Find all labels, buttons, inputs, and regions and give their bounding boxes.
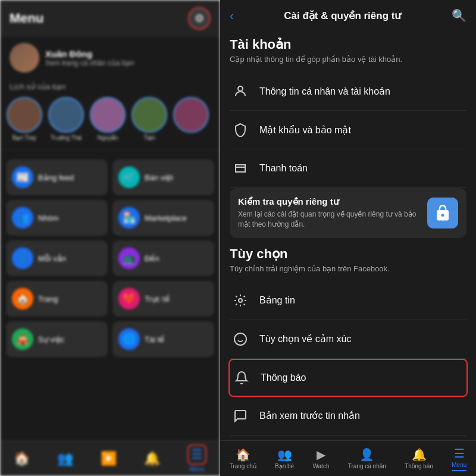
account-section-title: Tài khoản [230, 37, 466, 52]
story-item[interactable]: Tiến [131, 97, 168, 141]
camxuc-icon [230, 328, 251, 350]
story-item[interactable] [173, 97, 209, 141]
options-section-title: Tùy chọn [230, 246, 466, 262]
story-name: Bạn Tray [12, 134, 36, 141]
thongbao-label: Thông báo [261, 372, 306, 383]
menu-label: Trang [38, 295, 58, 303]
nav-friends[interactable]: 👥 [57, 451, 73, 466]
menu-item-trang[interactable]: 🏠 Trang [6, 281, 108, 317]
nav-trangchu[interactable]: 🏠 Trang chủ [230, 447, 256, 469]
camxuc-label: Tùy chọn về cảm xúc [259, 333, 351, 345]
menu-icon: 📺 [118, 248, 140, 269]
back-button[interactable]: ‹ [230, 9, 234, 23]
story-avatar [90, 97, 126, 133]
gear-icon: ⚙ [195, 12, 204, 25]
menu-item-bangtinfeed[interactable]: 📰 Bảng feed [6, 159, 108, 195]
menu-icon: 🏪 [118, 207, 140, 228]
password-label: Mật khẩu và bảo mật [259, 124, 351, 136]
story-item[interactable]: Bạn Tray [6, 97, 43, 141]
personal-label: Thông tin cá nhân và tài khoản [259, 86, 390, 97]
privacy-check-card[interactable]: Kiểm tra quyền riêng tư Xem lại các cài … [230, 188, 466, 238]
story-row: Bạn Tray Trường Thế Nguyễn Tiến [0, 93, 220, 145]
menu-item-tructe[interactable]: ❤️ Trực tế [112, 281, 214, 317]
menu-item-nhom[interactable]: 👥 Nhóm [6, 200, 108, 236]
bell-icon: 🔔 [144, 451, 160, 466]
nav-home[interactable]: 🏠 [14, 451, 30, 466]
right-panel: ‹ Cài đặt & quyền riêng tư 🔍 Tài khoản C… [220, 0, 476, 476]
menu-icon: 🌐 [118, 328, 140, 350]
nav-profile-label: Trang cá nhân [348, 463, 386, 469]
svg-point-0 [238, 86, 243, 91]
search-icon[interactable]: 🔍 [452, 8, 466, 23]
privacy-check-text: Kiểm tra quyền riêng tư Xem lại các cài … [238, 196, 420, 230]
user-name: Xuân Đông [45, 49, 134, 59]
nav-banbe[interactable]: 👥 Bạn bè [275, 447, 294, 469]
menu-icon: 🛒 [118, 167, 140, 188]
right-bottom-nav: 🏠 Trang chủ 👥 Bạn bè ▶ Watch 👤 Trang cá … [220, 440, 476, 476]
nav-profile[interactable]: 👤 Trang cá nhân [348, 447, 386, 469]
story-avatar [7, 97, 42, 133]
right-header: ‹ Cài đặt & quyền riêng tư 🔍 [220, 0, 476, 29]
menu-item-bybe[interactable]: 👤 Mỗi vần [6, 240, 108, 276]
gear-button[interactable]: ⚙ [188, 7, 211, 30]
menu-label: Bảng feed [38, 173, 74, 182]
menu-icon: ☰ [187, 444, 206, 465]
nav-bell[interactable]: 🔔 Thông báo [405, 447, 433, 469]
story-name: Trường Thế [51, 134, 82, 141]
menu-item-taite[interactable]: 🌐 Tài tế [112, 321, 214, 357]
menu-icon: ☰ [454, 446, 465, 461]
menu-label: Bán việt [145, 173, 173, 182]
divider [0, 149, 220, 150]
menu-item-marketplace[interactable]: 🏪 Marketplace [112, 200, 214, 236]
nav-watch[interactable]: ▶ Watch [312, 447, 329, 469]
bell-icon: 🔔 [412, 447, 427, 462]
user-info[interactable]: Xuân Đông Xem trang cá nhân của bạn [0, 37, 220, 79]
story-item[interactable]: Trường Thế [48, 97, 84, 141]
payment-icon [230, 158, 251, 179]
story-avatar [48, 97, 84, 133]
banxem-label: Bản xem trước tin nhắn [259, 410, 360, 421]
menu-icon: 🎪 [12, 328, 33, 350]
settings-item-thongbao[interactable]: Thông báo [228, 359, 468, 397]
settings-item-password[interactable]: Mật khẩu và bảo mật [230, 111, 466, 149]
story-avatar [173, 97, 209, 133]
nav-watch[interactable]: ▶️ [101, 451, 117, 466]
settings-item-banxem[interactable]: Bản xem trước tin nhắn [230, 397, 466, 436]
user-text: Xuân Đông Xem trang cá nhân của bạn [45, 49, 134, 67]
menu-label: Sự việc [38, 335, 64, 344]
personal-icon [230, 80, 251, 102]
nav-menu-right[interactable]: ☰ Menu [452, 446, 466, 471]
right-title: Cài đặt & quyền riêng tư [240, 10, 446, 22]
left-header: Menu ⚙ [0, 0, 220, 37]
settings-item-personal[interactable]: Thông tin cá nhân và tài khoản [230, 72, 466, 111]
svg-point-1 [239, 299, 242, 302]
lock-icon [427, 198, 458, 228]
stories-label: Lịch sử của bạn [0, 79, 220, 93]
settings-item-bangtin[interactable]: Bảng tin [230, 281, 466, 320]
left-bottom-nav: 🏠 👥 ▶️ 🔔 ☰ Menu [0, 440, 220, 476]
nav-bell-label: Thông báo [405, 463, 433, 469]
menu-item-banviet[interactable]: 🛒 Bán việt [112, 159, 214, 195]
settings-item-payment[interactable]: Thanh toán [230, 149, 466, 188]
menu-label: Đến [145, 254, 159, 263]
right-content: Tài khoản Cập nhật thông tin để góp phần… [220, 29, 476, 476]
profile-icon: 👤 [359, 447, 374, 462]
nav-watch-label: Watch [312, 463, 329, 469]
menu-label: Tài tế [145, 335, 164, 344]
menu-icon: 📰 [12, 167, 33, 188]
menu-icon: 👥 [12, 207, 33, 228]
story-name: Nguyễn [98, 134, 118, 141]
active-underline [452, 470, 466, 471]
settings-item-camxuc[interactable]: Tùy chọn về cảm xúc [230, 320, 466, 359]
menu-grid: 📰 Bảng feed 🛒 Bán việt 👥 Nhóm 🏪 Marketpl… [0, 155, 220, 362]
menu-item-den[interactable]: 📺 Đến [112, 240, 214, 276]
nav-menu-label: Menu [189, 466, 204, 472]
privacy-check-title: Kiểm tra quyền riêng tư [238, 196, 420, 207]
friends-icon: 👥 [57, 451, 73, 466]
nav-trangchu-label: Trang chủ [230, 463, 256, 469]
menu-item-suviec[interactable]: 🎪 Sự việc [6, 321, 108, 357]
menu-label: Mỗi vần [38, 254, 66, 263]
nav-bell[interactable]: 🔔 [144, 451, 160, 466]
nav-menu[interactable]: ☰ Menu [187, 444, 206, 472]
story-item[interactable]: Nguyễn [89, 97, 126, 141]
